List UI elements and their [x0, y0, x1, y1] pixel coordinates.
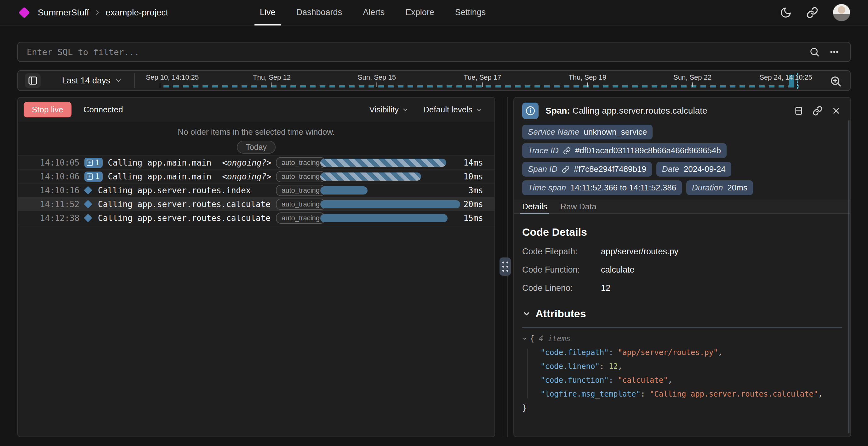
- default-levels-dropdown[interactable]: Default levels: [423, 105, 483, 115]
- span-duration-bar[interactable]: [320, 172, 421, 181]
- span-duration: 10ms: [463, 172, 483, 181]
- copy-link-icon[interactable]: [812, 106, 823, 116]
- badge-row: Span ID #f7c8e294f7489b19 Date 2024-09-2…: [522, 162, 842, 177]
- json-value: "calculate": [618, 376, 668, 385]
- json-key: "logfire.msg_template": [540, 390, 641, 399]
- span-meta-badge[interactable]: Trace ID #df01acad0311189c8b66a466d96965…: [522, 143, 726, 158]
- nav-tab-settings[interactable]: Settings: [445, 0, 496, 25]
- badge-value: unknown_service: [584, 127, 647, 137]
- search-icon[interactable]: [809, 46, 820, 57]
- today-button[interactable]: Today: [237, 141, 276, 154]
- span-list: 14:10:05 1 Calling app.main.main <ongoin…: [18, 156, 494, 225]
- json-attribute-line: "code.filepath": "app/server/routes.py",: [522, 348, 842, 357]
- visibility-dropdown[interactable]: Visibility: [369, 105, 408, 115]
- span-duration-bar[interactable]: [320, 200, 460, 209]
- link-icon[interactable]: [562, 165, 569, 173]
- close-icon[interactable]: [832, 106, 841, 116]
- timeline-tick-line: [587, 83, 588, 87]
- time-range-label: Last 14 days: [62, 76, 110, 86]
- timeline-tick-line: [160, 83, 160, 87]
- json-attribute-line: "code.function": "calculate",: [522, 376, 842, 385]
- badge-value: 20ms: [727, 183, 747, 193]
- nav-tab-dashboards[interactable]: Dashboards: [286, 0, 353, 25]
- span-ongoing-suffix: <ongoing?>: [222, 158, 272, 167]
- span-meta-badge[interactable]: Service Name unknown_service: [522, 125, 653, 139]
- json-entries: "code.filepath": "app/server/routes.py",…: [522, 348, 842, 399]
- timeline-zoom-in-icon[interactable]: [829, 75, 842, 88]
- link-icon[interactable]: [563, 147, 571, 155]
- span-tag[interactable]: auto_tracing: [276, 213, 326, 224]
- badge-row: Trace ID #df01acad0311189c8b66a466d96965…: [522, 143, 842, 158]
- timeline-divider: [134, 73, 135, 88]
- detail-tabs: DetailsRaw Data: [514, 199, 850, 214]
- span-row[interactable]: 14:10:06 1 Calling app.main.main <ongoin…: [18, 170, 494, 184]
- live-panel: Stop live Connected Visibility Default l…: [17, 97, 495, 437]
- json-key: "code.function": [540, 376, 609, 385]
- nav-tab-alerts[interactable]: Alerts: [352, 0, 395, 25]
- timeline-tick: Thu, Sep 19: [568, 73, 606, 87]
- expand-plus-icon: [87, 173, 93, 180]
- logo-diamond-icon[interactable]: [19, 7, 30, 18]
- sql-filter-input[interactable]: [18, 42, 809, 61]
- span-meta-badge[interactable]: Date 2024-09-24: [656, 162, 731, 177]
- span-duration-bar[interactable]: [320, 159, 446, 167]
- nav-tab-live[interactable]: Live: [249, 0, 286, 25]
- json-collapse-icon[interactable]: [522, 336, 527, 341]
- span-row[interactable]: 14:10:05 1 Calling app.main.main <ongoin…: [18, 156, 494, 170]
- json-value: 12: [609, 362, 618, 371]
- span-row[interactable]: 14:11:52 Calling app.server.routes.calcu…: [18, 197, 494, 211]
- attributes-heading[interactable]: Attributes: [522, 308, 842, 320]
- code-detail-label: Code Filepath:: [522, 247, 601, 257]
- span-timestamp: 14:10:05: [40, 158, 84, 167]
- span-meta-badge[interactable]: Duration 20ms: [686, 180, 753, 195]
- code-detail-row: Code Function: calculate: [522, 265, 842, 275]
- timeline-tick-label: Sep 24, 14:10:25: [760, 73, 812, 82]
- split-view-icon[interactable]: [794, 106, 804, 116]
- connection-status: Connected: [84, 105, 123, 115]
- user-avatar[interactable]: [833, 4, 850, 22]
- child-count: 1: [95, 172, 99, 181]
- span-tag[interactable]: auto_tracing: [276, 171, 326, 182]
- code-details-heading: Code Details: [522, 226, 842, 238]
- span-meta-badge[interactable]: Span ID #f7c8e294f7489b19: [522, 162, 652, 177]
- json-colon: :: [641, 390, 650, 399]
- detail-scrollbar[interactable]: [848, 120, 849, 434]
- span-message: Calling app.main.main: [108, 172, 211, 181]
- span-tag[interactable]: auto_tracing: [276, 157, 326, 168]
- span-meta-badge[interactable]: Time span 14:11:52.366 to 14:11:52.386: [522, 180, 682, 195]
- top-navbar: SummerStuff example-project LiveDashboar…: [0, 0, 868, 26]
- child-count-badge[interactable]: 1: [84, 171, 103, 182]
- sidebar-toggle-button[interactable]: [25, 73, 41, 88]
- json-attribute-line: "logfire.msg_template": "Calling app.ser…: [522, 390, 842, 399]
- timeline-area[interactable]: Sep 10, 14:10:25 Thu, Sep 12 Sun, Sep 15…: [139, 71, 812, 90]
- badge-label: Span ID: [528, 164, 557, 174]
- child-count-badge[interactable]: 1: [84, 158, 103, 168]
- json-comma: ,: [668, 376, 673, 385]
- org-name[interactable]: SummerStuff: [38, 7, 89, 18]
- code-detail-row: Code Filepath: app/server/routes.py: [522, 247, 842, 257]
- span-duration-bar[interactable]: [320, 186, 368, 194]
- json-comma: ,: [718, 348, 722, 357]
- span-duration-bar[interactable]: [320, 214, 447, 222]
- detail-tab-details[interactable]: Details: [522, 199, 547, 214]
- span-row[interactable]: 14:10:16 Calling app.server.routes.index…: [18, 184, 494, 197]
- time-range-select[interactable]: Last 14 days: [62, 71, 122, 90]
- badge-value: #f7c8e294f7489b19: [574, 164, 646, 174]
- span-tag[interactable]: auto_tracing: [276, 185, 326, 196]
- dark-mode-moon-icon[interactable]: [780, 7, 792, 19]
- more-options-icon[interactable]: [829, 47, 839, 57]
- span-row[interactable]: 14:12:38 Calling app.server.routes.calcu…: [18, 211, 494, 225]
- json-open-brace: {: [530, 334, 534, 343]
- span-badges: Service Name unknown_service Trace ID #d…: [514, 121, 850, 195]
- span-tag[interactable]: auto_tracing: [276, 199, 326, 210]
- chevron-down-icon: [402, 106, 409, 113]
- timeline-tick-label: Tue, Sep 17: [464, 73, 501, 82]
- badge-value: 2024-09-24: [684, 164, 726, 174]
- panel-resize-grip[interactable]: [499, 257, 511, 276]
- project-name[interactable]: example-project: [105, 7, 168, 18]
- nav-tab-explore[interactable]: Explore: [395, 0, 445, 25]
- detail-tab-raw-data[interactable]: Raw Data: [560, 199, 596, 214]
- share-link-icon[interactable]: [806, 7, 818, 19]
- stop-live-button[interactable]: Stop live: [24, 102, 71, 118]
- live-panel-header: Stop live Connected Visibility Default l…: [18, 98, 494, 122]
